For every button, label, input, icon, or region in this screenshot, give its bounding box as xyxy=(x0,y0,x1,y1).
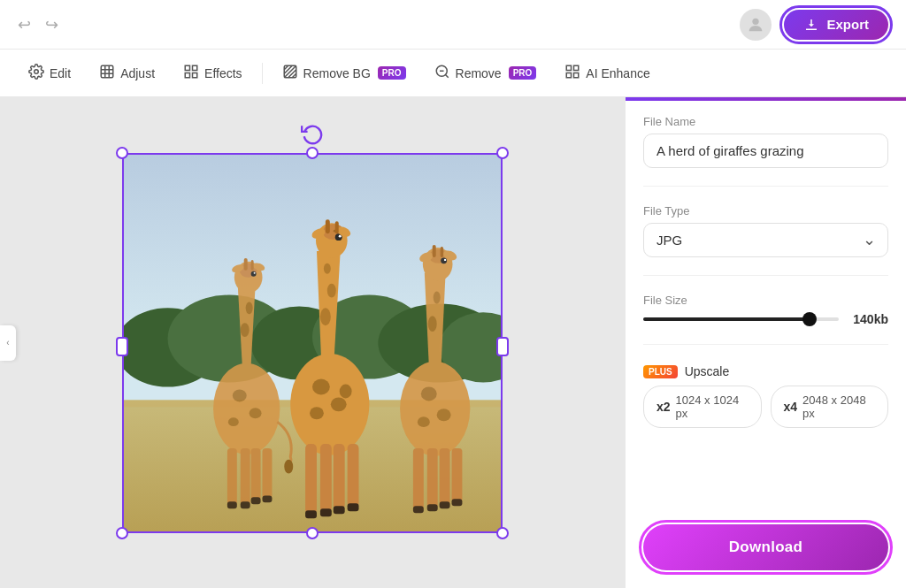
svg-rect-65 xyxy=(335,221,339,233)
svg-point-48 xyxy=(290,353,369,454)
remove-pro-badge: PRO xyxy=(509,66,537,80)
ai-enhance-icon xyxy=(564,64,580,83)
slider-fill xyxy=(643,317,810,321)
svg-rect-70 xyxy=(305,510,317,518)
svg-point-50 xyxy=(331,397,347,411)
handle-bottom-left[interactable] xyxy=(116,527,128,539)
svg-point-49 xyxy=(312,378,330,394)
svg-rect-64 xyxy=(326,219,330,233)
topbar-right: Export xyxy=(740,9,888,41)
svg-rect-90 xyxy=(427,447,438,507)
svg-rect-43 xyxy=(227,501,237,508)
edit-icon xyxy=(28,64,44,83)
svg-rect-37 xyxy=(244,257,248,270)
edit-label: Edit xyxy=(50,66,71,80)
svg-point-24 xyxy=(213,363,280,454)
remove-label: Remove xyxy=(456,66,502,80)
upscale-x2-option[interactable]: x2 1024 x 1024 px xyxy=(643,386,762,428)
remove-bg-icon xyxy=(282,64,298,83)
toolbar-item-remove-bg[interactable]: Remove BG PRO xyxy=(270,57,418,89)
panel-spacer xyxy=(643,442,888,510)
toolbar-item-ai-enhance[interactable]: AI Enhance xyxy=(552,57,662,89)
file-name-section: File Name xyxy=(643,115,888,168)
svg-rect-41 xyxy=(251,447,261,500)
handle-top-center[interactable] xyxy=(306,147,319,159)
upscale-x4-option[interactable]: x4 2048 x 2048 px xyxy=(771,386,889,428)
file-name-input[interactable] xyxy=(643,134,888,168)
redo-button[interactable]: ↪ xyxy=(45,15,58,34)
svg-rect-94 xyxy=(427,504,438,511)
svg-rect-2 xyxy=(101,65,113,78)
svg-rect-91 xyxy=(440,447,450,504)
svg-rect-42 xyxy=(263,447,273,498)
svg-rect-45 xyxy=(251,497,261,504)
effects-label: Effects xyxy=(204,66,242,80)
svg-point-56 xyxy=(324,263,331,273)
svg-rect-12 xyxy=(574,65,579,70)
topbar: ↩ ↪ Export xyxy=(0,0,906,50)
divider-3 xyxy=(643,344,888,345)
giraffe-scene-svg xyxy=(124,155,501,531)
svg-point-25 xyxy=(233,389,247,401)
svg-point-75 xyxy=(421,386,437,401)
svg-rect-39 xyxy=(227,447,237,504)
svg-point-60 xyxy=(339,234,342,237)
toolbar-item-adjust[interactable]: Adjust xyxy=(87,57,167,89)
handle-bottom-center[interactable] xyxy=(306,527,319,539)
handle-top-left[interactable] xyxy=(116,147,128,159)
toolbar-item-remove[interactable]: Remove PRO xyxy=(422,57,549,89)
handle-bottom-right[interactable] xyxy=(496,527,509,539)
file-name-label: File Name xyxy=(643,115,888,128)
svg-point-29 xyxy=(241,323,250,337)
upscale-section: PLUS Upscale x2 1024 x 1024 px x4 2048 x… xyxy=(643,363,888,428)
handle-middle-left[interactable] xyxy=(116,337,128,356)
slider-thumb[interactable] xyxy=(802,312,817,326)
toolbar: Edit Adjust Effects Remove B xyxy=(0,50,906,97)
remove-bg-pro-badge: PRO xyxy=(378,66,406,80)
svg-rect-13 xyxy=(567,73,572,77)
svg-rect-96 xyxy=(452,499,463,506)
svg-rect-73 xyxy=(348,503,359,511)
canvas-image xyxy=(122,153,503,533)
download-button[interactable]: Download xyxy=(643,524,888,570)
svg-point-84 xyxy=(444,258,446,260)
svg-point-77 xyxy=(418,416,430,427)
undo-button[interactable]: ↩ xyxy=(18,15,31,34)
toolbar-item-effects[interactable]: Effects xyxy=(171,57,255,89)
remove-icon xyxy=(434,64,450,83)
avatar[interactable] xyxy=(740,9,772,41)
file-size-slider[interactable] xyxy=(643,317,839,321)
file-size-label: File Size xyxy=(643,294,888,307)
svg-rect-87 xyxy=(433,245,436,257)
left-panel-toggle[interactable]: ‹ xyxy=(0,325,16,361)
file-size-value: 140kb xyxy=(849,312,888,326)
remove-bg-label: Remove BG xyxy=(303,66,371,80)
export-label: Export xyxy=(826,17,869,32)
svg-rect-72 xyxy=(334,506,345,514)
file-size-row: 140kb xyxy=(643,312,888,326)
svg-point-74 xyxy=(400,361,470,455)
svg-point-80 xyxy=(434,291,441,303)
file-type-section: File Type JPG PNG WEBP xyxy=(643,204,888,257)
toolbar-item-edit[interactable]: Edit xyxy=(16,57,83,89)
svg-point-52 xyxy=(340,384,352,398)
canvas-area xyxy=(0,97,625,588)
svg-point-27 xyxy=(228,417,239,426)
file-type-select[interactable]: JPG PNG WEBP xyxy=(643,223,888,257)
svg-point-83 xyxy=(441,257,447,263)
handle-middle-right[interactable] xyxy=(496,337,509,356)
upscale-options: x2 1024 x 1024 px x4 2048 x 2048 px xyxy=(643,386,888,428)
svg-rect-44 xyxy=(241,501,250,508)
svg-rect-46 xyxy=(263,495,273,502)
adjust-icon xyxy=(99,64,115,83)
handle-top-right[interactable] xyxy=(496,147,509,159)
svg-rect-66 xyxy=(305,443,317,513)
plus-badge: PLUS xyxy=(643,365,678,378)
image-frame[interactable] xyxy=(122,153,503,533)
svg-point-79 xyxy=(428,316,437,332)
export-button[interactable]: Export xyxy=(784,10,888,40)
ai-enhance-label: AI Enhance xyxy=(586,66,649,80)
rotate-handle[interactable] xyxy=(300,121,325,146)
svg-rect-89 xyxy=(413,447,424,508)
svg-rect-40 xyxy=(241,447,250,504)
